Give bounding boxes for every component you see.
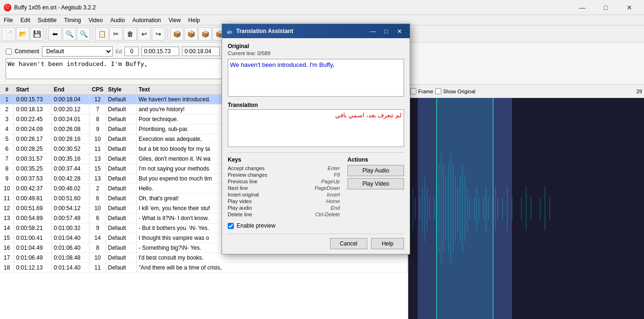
key-next-line: Next line PageDown (228, 185, 340, 191)
row-style: Default (106, 154, 137, 164)
row-num: 2 (0, 105, 14, 114)
row-end: 0:00:57.48 (52, 213, 90, 223)
row-style: Default (106, 95, 137, 104)
dialog-maximize-button[interactable]: □ (380, 26, 393, 36)
dialog-footer: Cancel Help (228, 234, 404, 249)
row-num: 3 (0, 115, 14, 124)
row-start: 0:00:51.69 (14, 204, 52, 213)
menu-automation[interactable]: Automation (129, 15, 165, 25)
split-button[interactable]: ↪ (152, 27, 165, 41)
start-time-input[interactable] (141, 47, 179, 56)
style-btn-1[interactable]: 📦 (170, 27, 183, 41)
cancel-button[interactable]: Cancel (330, 238, 367, 249)
translation-assistant-dialog[interactable]: 🐟 Translation Assistant — □ ✕ Original C… (222, 24, 410, 254)
menu-subtitle[interactable]: Subtitle (34, 15, 60, 25)
row-num: 1 (0, 95, 14, 104)
window-title: Buffy 1x05 en.srt - Aegisub 3.2.2 (14, 4, 571, 11)
keys-section: Keys Accept changes Enter Preview change… (228, 156, 340, 218)
translation-text-area[interactable]: لم تتعرف بعد، اسمي بافي (228, 109, 404, 147)
dialog-close-button[interactable]: ✕ (393, 26, 406, 36)
dialog-titlebar: 🐟 Translation Assistant — □ ✕ (222, 24, 410, 38)
row-cps: 14 (90, 233, 106, 243)
comment-label: Comment (15, 48, 39, 55)
undo-button[interactable]: ⬅ (49, 27, 62, 41)
find-button[interactable]: 🔍 (63, 27, 76, 41)
row-num: 9 (0, 174, 14, 183)
row-num: 12 (0, 204, 14, 213)
row-start: 0:00:28.25 (14, 144, 52, 154)
frame-checkbox[interactable] (410, 88, 416, 94)
key-accept: Accept changes Enter (228, 165, 340, 172)
row-style: Default (106, 213, 137, 223)
enable-preview-checkbox[interactable] (228, 223, 234, 229)
key-prev-line: Previous line PageUp (228, 178, 340, 185)
row-end: 0:00:24.01 (52, 115, 90, 124)
menu-help[interactable]: Help (184, 15, 204, 25)
delete-button[interactable]: 🗑 (124, 27, 137, 41)
header-start: Start (14, 85, 52, 94)
menu-view[interactable]: View (165, 15, 185, 25)
row-end: 0:00:46.02 (52, 184, 90, 193)
row-start: 0:01:12.13 (14, 263, 52, 272)
paste-button[interactable]: 📋 (95, 27, 108, 41)
row-num: 14 (0, 223, 14, 233)
right-panel: Frame Show Original 29 (408, 85, 644, 319)
row-start: 0:00:49.81 (14, 194, 52, 203)
comment-checkbox[interactable] (6, 49, 12, 55)
row-style: Default (106, 194, 137, 203)
menu-timing[interactable]: Timing (60, 15, 85, 25)
end-time-input[interactable] (182, 47, 220, 56)
row-start: 0:01:04.49 (14, 243, 52, 253)
row-start: 0:00:58.21 (14, 223, 52, 233)
new-button[interactable]: 📄 (2, 27, 15, 41)
menu-file[interactable]: File (0, 15, 17, 25)
row-num: 17 (0, 253, 14, 262)
key-preview-name: Preview changes (228, 172, 267, 178)
menu-video[interactable]: Video (85, 15, 107, 25)
menu-edit[interactable]: Edit (17, 15, 34, 25)
row-start: 0:01:00.41 (14, 233, 52, 243)
join-button[interactable]: ↩ (138, 27, 151, 41)
key-play-audio: Play audio End (228, 204, 340, 211)
find-replace-button[interactable]: 🔍 (77, 27, 90, 41)
help-button[interactable]: Help (371, 238, 404, 249)
minimize-button[interactable]: — (571, 2, 593, 13)
dialog-minimize-button[interactable]: — (366, 26, 380, 36)
actions-section: Actions Play Audio Play Video (347, 156, 404, 218)
close-button[interactable]: ✕ (619, 2, 640, 13)
toolbar-separator-1 (46, 28, 46, 40)
row-start: 0:00:26.17 (14, 134, 52, 144)
table-row[interactable]: 18 0:01:12.13 0:01:14.40 11 Default "And… (0, 263, 408, 273)
dialog-icon: 🐟 (226, 27, 233, 35)
original-label: Original (228, 43, 404, 49)
style-btn-3[interactable]: 📦 (198, 27, 212, 41)
row-text: "And there will be a time of crisis, (137, 263, 408, 272)
cut-button[interactable]: ✂ (109, 27, 123, 41)
row-end: 0:01:14.40 (52, 263, 90, 272)
style-btn-2[interactable]: 📦 (184, 27, 198, 41)
row-style: Default (106, 184, 137, 193)
table-row[interactable]: 17 0:01:06.49 0:01:08.48 10 Default I'd … (0, 253, 408, 263)
layer-input[interactable] (124, 47, 139, 56)
open-button[interactable]: 📂 (16, 27, 29, 41)
row-cps: 2 (90, 184, 106, 193)
show-original-checkbox[interactable] (435, 88, 441, 94)
row-cps: 11 (90, 263, 106, 272)
save-button[interactable]: 💾 (30, 27, 43, 41)
play-audio-button[interactable]: Play Audio (347, 165, 404, 176)
toolbar-separator-3 (167, 28, 168, 40)
menu-audio[interactable]: Audio (107, 15, 129, 25)
style-select[interactable]: Default (42, 46, 113, 57)
row-end: 0:01:00.32 (52, 223, 90, 233)
original-text-area[interactable]: We haven't been introduced. I'm Buffy, (228, 59, 404, 97)
play-video-button[interactable]: Play Video (347, 178, 404, 189)
subtitle-text-editor[interactable]: We haven't been introduced. I'm Buffy, (6, 58, 223, 79)
row-cps: 9 (90, 223, 106, 233)
row-cps: 13 (90, 154, 106, 164)
row-start: 0:00:24.09 (14, 124, 52, 134)
row-start: 0:01:06.49 (14, 253, 52, 262)
key-insert-value: Insert (327, 192, 340, 197)
maximize-button[interactable]: □ (595, 2, 617, 13)
key-play-audio-name: Play audio (228, 205, 252, 211)
row-cps: 8 (90, 115, 106, 124)
